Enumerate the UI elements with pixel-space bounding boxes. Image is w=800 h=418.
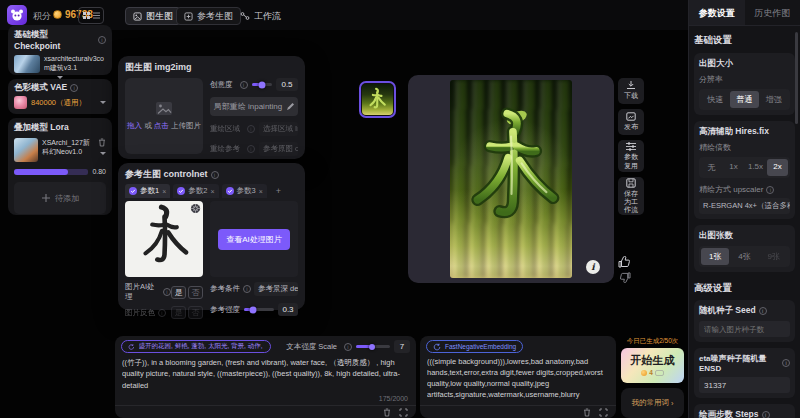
- close-icon[interactable]: ×: [162, 188, 166, 195]
- vae-thumbnail: [14, 96, 27, 109]
- yes-button[interactable]: 是: [171, 286, 186, 299]
- info-icon[interactable]: i: [211, 171, 219, 179]
- count-9[interactable]: 9张: [760, 248, 788, 265]
- controlnet-tab-1-label: 参数1: [140, 186, 159, 196]
- resolution-enhance[interactable]: 增强: [760, 91, 788, 108]
- multiple-1-5x[interactable]: 1.5x: [745, 159, 766, 176]
- workflow-icon: [240, 11, 250, 21]
- thumbs-up-icon[interactable]: [618, 256, 631, 268]
- inpaint-button[interactable]: 局部重绘 inpainting: [210, 97, 298, 116]
- view-ai-image-button[interactable]: 查看AI处理图片: [218, 229, 290, 250]
- thumbs-down-icon[interactable]: [619, 272, 631, 283]
- seed-input[interactable]: [699, 321, 790, 337]
- panel-scrollbar[interactable]: [795, 32, 798, 124]
- positive-prompt-input[interactable]: ((竹子)), in a blooming garden, (fresh and…: [122, 357, 409, 399]
- info-icon[interactable]: i: [344, 343, 352, 351]
- tab-parameter-settings[interactable]: 参数设置: [689, 0, 745, 25]
- ai-process-toggle[interactable]: 是 否: [171, 286, 203, 299]
- upload-click-label: 点击: [154, 121, 169, 130]
- controlnet-tab-2[interactable]: 参数2 ×: [173, 184, 218, 198]
- multiple-none[interactable]: 无: [701, 159, 722, 176]
- list-view-icon[interactable]: [92, 11, 101, 20]
- trash-icon[interactable]: [98, 138, 106, 147]
- resolution-normal[interactable]: 普通: [730, 91, 758, 108]
- multiple-1x[interactable]: 1x: [723, 159, 744, 176]
- count-4[interactable]: 4张: [730, 248, 758, 265]
- denoise-label: 创意度: [210, 80, 233, 90]
- gear-icon[interactable]: [190, 203, 201, 214]
- scale-label: 文本强度 Scale: [286, 342, 337, 352]
- ref-strength-slider[interactable]: [244, 308, 274, 311]
- count-1[interactable]: 1张: [701, 248, 729, 265]
- generate-button[interactable]: 开始生成 4: [621, 348, 684, 383]
- save-workflow-button[interactable]: 保存为工作流: [618, 177, 644, 215]
- vae-value: 840000（通用）: [31, 98, 93, 108]
- add-tab-icon[interactable]: +: [270, 186, 287, 196]
- result-thumbnail[interactable]: [359, 81, 396, 118]
- no-button[interactable]: 否: [188, 286, 203, 299]
- trash-icon[interactable]: [383, 408, 391, 417]
- grid-view-icon[interactable]: [82, 11, 91, 20]
- vae-select[interactable]: 840000（通用）: [14, 96, 106, 109]
- expand-icon[interactable]: [599, 408, 608, 417]
- ref-strength-value[interactable]: 0.3: [278, 303, 298, 316]
- invert-toggle[interactable]: 是 否: [171, 306, 203, 319]
- negative-prompt-input[interactable]: (((simple background))),lowres,bad anato…: [427, 357, 609, 401]
- add-lora-button[interactable]: 待添加: [14, 182, 106, 214]
- prompt-tags-text: 盛开的花园, 鲜艳, 蓬勃, 太阳光, 背景, 动作, 最佳质量: [139, 342, 264, 351]
- tab-workflow[interactable]: 工作流: [240, 7, 281, 25]
- redraw-ref-select[interactable]: 参考原图 or: [259, 142, 298, 156]
- ref-condition-select[interactable]: 参考景深 dept: [254, 282, 298, 296]
- prompt-tags-pill[interactable]: 盛开的花园, 鲜艳, 蓬勃, 太阳光, 背景, 动作, 最佳质量: [121, 340, 271, 353]
- resolution-options: 快速 普通 增强: [699, 89, 790, 110]
- lora-item[interactable]: XSArchi_127新科幻Neov1.0: [14, 138, 106, 162]
- resolution-fast[interactable]: 快速: [701, 91, 729, 108]
- controlnet-tab-2-label: 参数2: [188, 186, 207, 196]
- add-lora-label: 待添加: [55, 193, 79, 204]
- tab-ref-gen[interactable]: 参考生图: [176, 7, 241, 25]
- lora-weight-slider[interactable]: [14, 169, 88, 175]
- denoise-slider[interactable]: [252, 83, 273, 86]
- chevron-down-icon[interactable]: [100, 152, 106, 155]
- tab-img2img[interactable]: 图生图: [125, 7, 181, 25]
- checkpoint-item[interactable]: xsarchitecturalv3com建筑v3.1: [14, 55, 106, 73]
- info-icon[interactable]: i: [98, 36, 106, 44]
- scale-slider[interactable]: [356, 345, 390, 348]
- generated-image[interactable]: [450, 80, 572, 278]
- denoise-value[interactable]: 0.5: [276, 78, 298, 91]
- info-icon: i: [247, 125, 255, 133]
- publish-button[interactable]: 发布: [618, 109, 644, 135]
- trash-icon[interactable]: [583, 408, 591, 417]
- info-icon[interactable]: i: [782, 359, 790, 367]
- info-icon[interactable]: i: [243, 285, 251, 293]
- controlnet-tab-3[interactable]: 参数3 ×: [222, 184, 267, 198]
- controlnet-ref-image[interactable]: [125, 201, 203, 277]
- close-icon[interactable]: ×: [210, 188, 214, 195]
- reuse-params-button[interactable]: 参数复用: [618, 140, 644, 172]
- redraw-region-select[interactable]: 选择区域 In: [259, 122, 298, 136]
- info-icon[interactable]: i: [766, 186, 774, 194]
- favorite-words-button[interactable]: 我的常用词 ›: [621, 388, 684, 418]
- expand-icon[interactable]: [399, 408, 408, 417]
- ensd-input[interactable]: [699, 377, 790, 393]
- multiple-2x[interactable]: 2x: [767, 159, 788, 176]
- info-icon[interactable]: i: [70, 84, 78, 92]
- close-icon[interactable]: ×: [259, 188, 263, 195]
- info-icon[interactable]: i: [240, 81, 248, 89]
- app-logo[interactable]: [7, 5, 27, 25]
- steps-card: 绘画步数 Stepsi 50 100 30: [694, 404, 795, 418]
- ensd-card: eta噪声种子随机量 ENSDi: [694, 348, 795, 398]
- download-button[interactable]: 下载: [618, 78, 644, 104]
- tab-history[interactable]: 历史作图: [745, 0, 800, 26]
- info-icon[interactable]: i: [163, 288, 171, 296]
- scale-value[interactable]: 7: [394, 340, 410, 353]
- image-info-icon[interactable]: i: [586, 260, 600, 274]
- image-upload-dropzone[interactable]: 拖入 或 点击 上传图片: [125, 78, 203, 154]
- info-icon[interactable]: i: [762, 411, 770, 418]
- ref-gen-icon: [184, 12, 193, 21]
- info-icon[interactable]: i: [759, 307, 767, 315]
- upscaler-select[interactable]: R-ESRGAN 4x+（适合多种风: [699, 198, 790, 214]
- count-options: 1张 4张 9张: [699, 246, 790, 267]
- controlnet-tab-1[interactable]: 参数1 ×: [125, 184, 170, 198]
- negative-embedding-pill[interactable]: FastNegativeEmbedding: [426, 340, 523, 353]
